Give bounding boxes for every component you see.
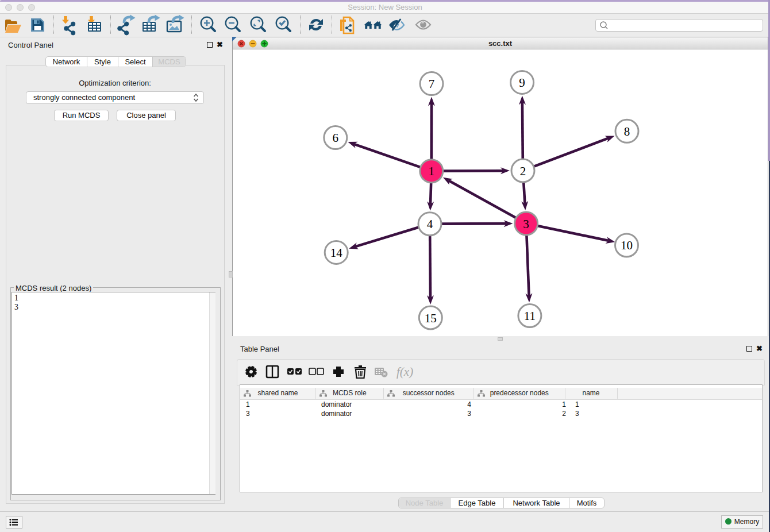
svg-text:8: 8 bbox=[624, 125, 630, 138]
svg-text:11: 11 bbox=[524, 309, 536, 323]
svg-text:14: 14 bbox=[330, 246, 343, 260]
svg-text:4: 4 bbox=[427, 217, 433, 231]
svg-text:6: 6 bbox=[333, 131, 339, 145]
svg-text:9: 9 bbox=[519, 76, 525, 90]
svg-text:15: 15 bbox=[425, 311, 437, 325]
svg-text:10: 10 bbox=[621, 238, 633, 252]
svg-text:2: 2 bbox=[520, 164, 526, 178]
svg-text:7: 7 bbox=[429, 77, 435, 91]
svg-text:3: 3 bbox=[523, 217, 529, 231]
svg-text:f(x): f(x) bbox=[396, 365, 413, 379]
svg-text:1: 1 bbox=[429, 164, 435, 178]
